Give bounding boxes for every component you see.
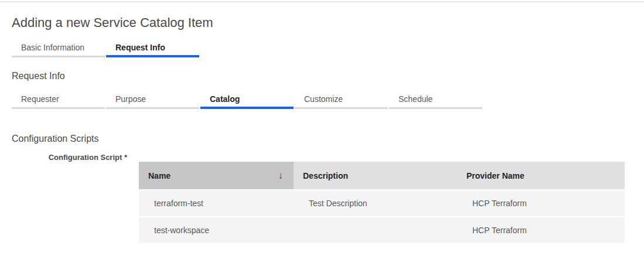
column-header-label: Provider Name (466, 171, 524, 180)
column-header-label: Description (303, 171, 348, 180)
tab-label: Basic Information (21, 43, 84, 52)
column-header-description[interactable]: Description (294, 162, 457, 189)
cell-name: test-workspace (139, 217, 294, 243)
configuration-script-table: Name ↓ Description Provider Name terrafo… (139, 162, 625, 243)
main-content: Adding a new Service Catalog Item Basic … (0, 15, 644, 243)
tab-catalog[interactable]: Catalog (200, 89, 294, 109)
tab-label: Schedule (398, 94, 432, 104)
tab-label: Customize (304, 94, 343, 104)
tab-requester[interactable]: Requester (12, 89, 105, 109)
tab-purpose[interactable]: Purpose (106, 89, 199, 109)
column-header-name[interactable]: Name ↓ (139, 162, 294, 189)
cell-provider-name: HCP Terraform (457, 217, 625, 243)
cell-description: Test Description (294, 190, 457, 216)
column-header-provider-name[interactable]: Provider Name (457, 162, 625, 189)
tab-customize[interactable]: Customize (295, 89, 388, 109)
tab-label: Purpose (115, 94, 146, 104)
table-row[interactable]: terraform-test Test Description HCP Terr… (139, 189, 625, 216)
tab-schedule[interactable]: Schedule (389, 89, 482, 109)
tab-request-info[interactable]: Request Info (106, 37, 199, 57)
configuration-scripts-heading: Configuration Scripts (12, 134, 644, 144)
configuration-script-label: Configuration Script * (12, 153, 139, 162)
tab-label: Catalog (210, 94, 240, 104)
tab-basic-information[interactable]: Basic Information (12, 37, 105, 57)
main-tab-bar: Basic Information Request Info (12, 37, 644, 57)
sort-descending-icon: ↓ (278, 170, 285, 182)
column-header-label: Name (148, 171, 171, 180)
cell-description (294, 217, 457, 243)
configuration-script-field-row: Configuration Script * Name ↓ Descriptio… (12, 153, 644, 243)
tab-label: Requester (21, 94, 59, 104)
page-title: Adding a new Service Catalog Item (12, 15, 644, 30)
table-header-row: Name ↓ Description Provider Name (139, 162, 625, 189)
tab-label: Request Info (115, 43, 165, 52)
cell-name: terraform-test (139, 190, 294, 216)
request-info-tab-bar: Requester Purpose Catalog Customize Sche… (12, 89, 644, 109)
request-info-heading: Request Info (12, 71, 644, 81)
top-divider (0, 1, 644, 2)
cell-provider-name: HCP Terraform (457, 190, 625, 216)
table-row[interactable]: test-workspace HCP Terraform (139, 216, 625, 243)
